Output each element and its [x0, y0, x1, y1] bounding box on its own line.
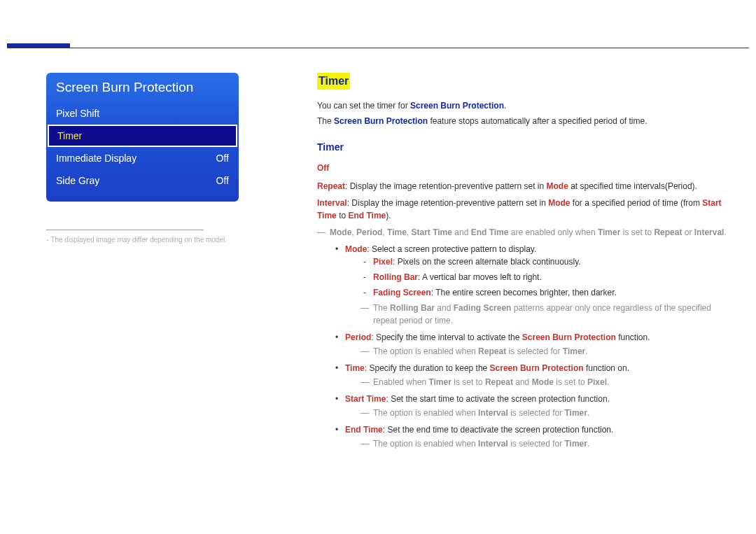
list-item-mode: Mode: Select a screen protective pattern… — [335, 243, 730, 327]
sub-section-title: Timer — [317, 140, 730, 155]
left-column: Screen Burn Protection Pixel Shift Timer… — [46, 73, 239, 244]
intro-line-2: The Screen Burn Protection feature stops… — [317, 115, 730, 127]
content-column: Timer You can set the timer for Screen B… — [317, 73, 730, 454]
mode-list: Mode: Select a screen protective pattern… — [335, 243, 730, 450]
list-item-start-time: Start Time: Set the start time to activa… — [335, 393, 730, 419]
menu-item-value: Off — [216, 175, 229, 186]
menu-item-label: Timer — [57, 130, 82, 141]
mode-sublist: Pixel: Pixels on the screen alternate bl… — [363, 255, 730, 299]
list-item-end-time: End Time: Set the end time to deactivate… — [335, 423, 730, 450]
menu-item-value: Off — [216, 153, 229, 164]
list-item-rolling-bar: Rolling Bar: A vertical bar moves left t… — [363, 271, 730, 283]
footnote-rule — [46, 230, 204, 230]
menu-item-side-gray[interactable]: Side Gray Off — [46, 169, 239, 192]
option-off: Off — [317, 162, 730, 174]
header-rule — [7, 48, 749, 48]
option-repeat: Repeat: Display the image retention-prev… — [317, 180, 730, 192]
menu-item-label: Pixel Shift — [56, 108, 99, 119]
list-item-period: Period: Specify the time interval to act… — [335, 331, 730, 358]
list-item-fading-screen: Fading Screen: The entire screen becomes… — [363, 286, 730, 299]
menu-panel: Screen Burn Protection Pixel Shift Timer… — [46, 73, 239, 202]
menu-title: Screen Burn Protection — [46, 73, 239, 102]
note-enabled-when: Mode, Period, Time, Start Time and End T… — [330, 226, 730, 239]
menu-item-label: Immediate Display — [56, 153, 136, 164]
note-start-time: The option is enabled when Interval is s… — [373, 407, 730, 419]
note-time: Enabled when Timer is set to Repeat and … — [373, 376, 730, 388]
menu-item-timer[interactable]: Timer — [48, 125, 237, 147]
note-period: The option is enabled when Repeat is sel… — [373, 345, 730, 358]
list-item-pixel: Pixel: Pixels on the screen alternate bl… — [363, 255, 730, 268]
section-title: Timer — [317, 73, 350, 90]
note-rolling-fading: The Rolling Bar and Fading Screen patter… — [373, 302, 730, 327]
note-end-time: The option is enabled when Interval is s… — [373, 437, 730, 450]
list-item-time: Time: Specify the duration to keep the S… — [335, 362, 730, 388]
option-interval: Interval: Display the image retention-pr… — [317, 197, 730, 222]
menu-item-immediate-display[interactable]: Immediate Display Off — [46, 147, 239, 169]
menu-item-label: Side Gray — [56, 175, 99, 186]
menu-item-pixel-shift[interactable]: Pixel Shift — [46, 102, 239, 125]
footnote: -The displayed image may differ dependin… — [46, 236, 239, 244]
intro-line-1: You can set the timer for Screen Burn Pr… — [317, 99, 730, 112]
